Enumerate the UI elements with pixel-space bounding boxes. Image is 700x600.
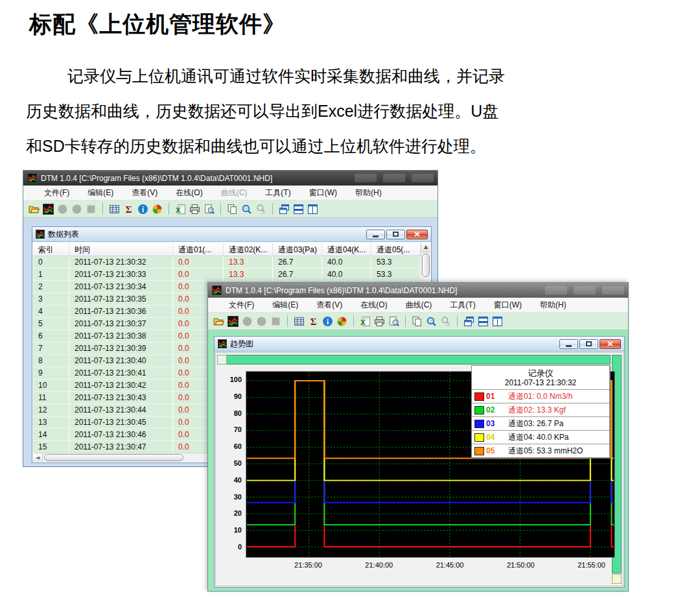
close-button[interactable] xyxy=(406,230,428,239)
menu-item[interactable]: 帮助(H) xyxy=(531,300,576,311)
dtm-logo-icon[interactable] xyxy=(228,316,239,327)
scrollbar-track[interactable] xyxy=(227,355,611,365)
scrollbar-thumb[interactable] xyxy=(422,254,430,277)
data-grid-icon[interactable] xyxy=(109,204,120,215)
app-icon xyxy=(212,285,222,295)
restore-button[interactable] xyxy=(386,230,405,239)
menu-item[interactable]: 文件(F) xyxy=(35,187,78,198)
tile-vertical-icon[interactable] xyxy=(492,316,503,327)
legend-channel-value: 通道01: 0.0 Nm3/h xyxy=(508,391,572,402)
close-button[interactable] xyxy=(600,339,621,349)
tile-vertical-icon[interactable] xyxy=(307,204,318,215)
open-folder-icon[interactable] xyxy=(29,204,40,215)
scrollbar-thumb[interactable] xyxy=(44,454,183,461)
pie-chart-icon[interactable] xyxy=(152,204,163,215)
maximize-button[interactable] xyxy=(574,286,596,294)
menu-item[interactable]: 查看(V) xyxy=(122,187,167,198)
legend-swatch xyxy=(474,447,484,455)
zoom-icon[interactable] xyxy=(426,316,437,327)
data-list-titlebar[interactable]: 数据列表 xyxy=(32,227,431,242)
print-icon[interactable] xyxy=(189,204,200,215)
menu-item[interactable]: 工具(T) xyxy=(441,300,484,311)
column-header[interactable]: 时间 xyxy=(69,243,173,256)
info-icon[interactable]: i xyxy=(322,316,333,327)
column-header[interactable]: 通道03(Pa) xyxy=(273,243,322,256)
scrollbar-box[interactable] xyxy=(217,355,227,365)
copy-icon[interactable] xyxy=(227,204,238,215)
table-row[interactable]: 02011-07-13 21:30:320.013.326.740.053.3 xyxy=(33,256,421,269)
export-excel-icon[interactable]: X xyxy=(360,316,371,327)
toolbar-separator xyxy=(287,315,288,327)
column-header[interactable]: 通道01(... xyxy=(173,243,224,256)
legend-channel-number: 03 xyxy=(486,419,500,428)
menu-item[interactable]: 帮助(H) xyxy=(346,187,391,198)
titlebar[interactable]: DTM 1.0.4 [C:\Program Files (x86)\DTM 1.… xyxy=(23,171,438,186)
menu-item[interactable]: 工具(T) xyxy=(256,187,299,198)
titlebar[interactable]: DTM 1.0.4 [C:\Program Files (x86)\DTM 1.… xyxy=(208,283,628,298)
tile-horizontal-icon[interactable] xyxy=(478,316,489,327)
cell: 10 xyxy=(33,379,69,392)
pie-chart-icon[interactable] xyxy=(336,316,347,327)
print-preview-icon[interactable] xyxy=(204,204,215,215)
menu-item[interactable]: 在线(O) xyxy=(351,300,396,311)
cell: 7 xyxy=(33,342,69,355)
column-header[interactable]: 通道05(... xyxy=(371,243,421,256)
tile-horizontal-icon[interactable] xyxy=(293,204,304,215)
y-axis-label: 0 xyxy=(218,543,242,551)
sigma-icon[interactable]: Σ xyxy=(123,204,134,215)
legend-channel-value: 通道02: 13.3 Kgf xyxy=(508,405,566,416)
menu-item[interactable]: 曲线(C) xyxy=(397,300,441,311)
trend-titlebar[interactable]: 趋势图 xyxy=(215,337,624,352)
cell: 2011-07-13 21:30:47 xyxy=(69,441,173,453)
restore-button[interactable] xyxy=(579,339,598,349)
data-grid-icon[interactable] xyxy=(294,316,305,327)
copy-icon[interactable] xyxy=(412,316,423,327)
paragraph-line: 和SD卡转存的历史数据和曲线也可以通过上位机软件进行处理。 xyxy=(26,128,616,163)
chart-horizontal-scrollbar[interactable] xyxy=(217,355,611,365)
dtm-logo-icon[interactable] xyxy=(43,204,54,215)
close-button[interactable] xyxy=(602,286,624,294)
zoom-icon[interactable] xyxy=(241,204,252,215)
x-axis-label: 21:45:00 xyxy=(427,561,472,569)
cell: 2011-07-13 21:30:33 xyxy=(69,269,173,281)
scrollbar-box[interactable] xyxy=(612,574,622,584)
y-axis-label: 30 xyxy=(218,493,242,501)
scroll-left-arrow[interactable]: ◄ xyxy=(33,453,43,462)
minimize-button[interactable] xyxy=(355,174,377,182)
cell: 3 xyxy=(33,293,69,306)
minimize-button[interactable] xyxy=(545,286,567,294)
legend-entry: 03通道03: 26.7 Pa xyxy=(472,416,609,430)
menu-item[interactable]: 在线(O) xyxy=(167,187,211,198)
y-axis-label: 20 xyxy=(218,509,242,517)
cell: 8 xyxy=(33,355,69,367)
cell: 2011-07-13 21:30:46 xyxy=(69,429,173,441)
window-title: DTM 1.0.4 [C:\Program Files (x86)\DTM 1.… xyxy=(226,286,457,295)
column-header[interactable]: 索引 xyxy=(33,243,69,256)
maximize-button[interactable] xyxy=(383,174,405,182)
toolbar: ΣiX xyxy=(208,313,628,330)
cell: 26.7 xyxy=(273,269,322,281)
column-header[interactable]: 通道04(K... xyxy=(322,243,371,256)
info-icon[interactable]: i xyxy=(137,204,148,215)
menu-item[interactable]: 文件(F) xyxy=(220,300,263,311)
table-row[interactable]: 12011-07-13 21:30:330.013.326.740.053.3 xyxy=(33,269,421,281)
menu-item[interactable]: 窗口(W) xyxy=(300,187,346,198)
column-header[interactable]: 通道02(K... xyxy=(224,243,273,256)
trend-title: 趋势图 xyxy=(230,339,253,350)
menu-item[interactable]: 窗口(W) xyxy=(485,300,531,311)
menu-item[interactable]: 查看(V) xyxy=(307,300,351,311)
open-folder-icon[interactable] xyxy=(213,316,224,327)
cascade-windows-icon[interactable] xyxy=(463,316,474,327)
close-button[interactable] xyxy=(412,174,434,182)
scroll-up-arrow[interactable]: ▲ xyxy=(421,243,430,252)
cascade-windows-icon[interactable] xyxy=(279,204,290,215)
minimize-button[interactable] xyxy=(366,230,385,239)
print-icon[interactable] xyxy=(374,316,385,327)
cell: 12 xyxy=(33,404,69,416)
minimize-button[interactable] xyxy=(559,339,578,349)
menu-item[interactable]: 编辑(E) xyxy=(78,187,122,198)
menu-item[interactable]: 编辑(E) xyxy=(263,300,307,311)
print-preview-icon[interactable] xyxy=(388,316,399,327)
export-excel-icon[interactable]: X xyxy=(175,204,186,215)
sigma-icon[interactable]: Σ xyxy=(308,316,319,327)
